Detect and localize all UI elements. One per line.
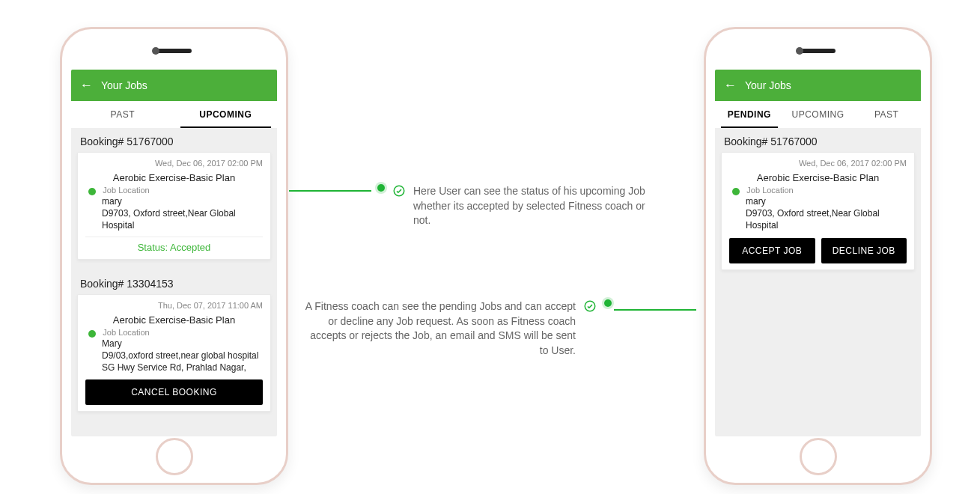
tabs-bar: PENDING UPCOMING PAST — [715, 101, 921, 128]
phone-screen-user: ← Your Jobs PAST UPCOMING Booking# 51767… — [71, 70, 277, 436]
job-card[interactable]: Wed, Dec 06, 2017 02:00 PM Aerobic Exerc… — [77, 152, 271, 260]
decline-job-button[interactable]: DECLINE JOB — [821, 238, 907, 263]
job-plan: Aerobic Exercise-Basic Plan — [85, 172, 263, 183]
job-plan: Aerobic Exercise-Basic Plan — [85, 314, 263, 326]
tab-upcoming[interactable]: UPCOMING — [174, 101, 278, 128]
phone-screen-coach: ← Your Jobs PENDING UPCOMING PAST Bookin… — [715, 70, 921, 436]
status-dot-icon — [88, 330, 96, 338]
location-address: D9/03,oxford street,near global hospital… — [88, 350, 263, 373]
job-datetime: Wed, Dec 06, 2017 02:00 PM — [729, 159, 907, 168]
tab-upcoming[interactable]: UPCOMING — [784, 101, 853, 128]
tab-pending[interactable]: PENDING — [715, 101, 784, 128]
job-datetime: Wed, Dec 06, 2017 02:00 PM — [85, 159, 263, 168]
job-status: Status: Accepted — [85, 237, 263, 253]
app-header: ← Your Jobs — [71, 70, 277, 101]
job-plan: Aerobic Exercise-Basic Plan — [729, 172, 907, 183]
annotation-connector — [289, 190, 371, 192]
header-title: Your Jobs — [745, 79, 791, 91]
location-label: Job Location — [103, 328, 149, 337]
booking-number: Booking# 51767000 — [71, 128, 277, 152]
location-name: Mary — [88, 338, 263, 350]
jobs-list: Booking# 51767000 Wed, Dec 06, 2017 02:0… — [71, 128, 277, 436]
svg-point-0 — [394, 186, 404, 196]
phone-camera — [152, 47, 159, 55]
booking-number: Booking# 13304153 — [71, 270, 277, 294]
status-dot-icon — [88, 188, 96, 195]
header-title: Your Jobs — [101, 79, 147, 91]
phone-coach: ← Your Jobs PENDING UPCOMING PAST Bookin… — [704, 27, 932, 485]
annotation-text: A Fitness coach can see the pending Jobs… — [305, 299, 576, 358]
annotation-connector — [614, 309, 696, 311]
tab-past[interactable]: PAST — [71, 101, 174, 128]
job-card[interactable]: Wed, Dec 06, 2017 02:00 PM Aerobic Exerc… — [721, 152, 915, 270]
back-arrow-icon[interactable]: ← — [724, 78, 739, 93]
location-name: mary — [732, 195, 907, 207]
cancel-booking-button[interactable]: CANCEL BOOKING — [85, 379, 263, 405]
phone-camera — [796, 47, 803, 55]
tab-past[interactable]: PAST — [852, 101, 921, 128]
location-label: Job Location — [103, 186, 149, 195]
tabs-bar: PAST UPCOMING — [71, 101, 277, 128]
location-address: D9703, Oxford street,Near Global Hospita… — [88, 207, 263, 231]
app-header: ← Your Jobs — [715, 70, 921, 101]
location-label: Job Location — [746, 186, 793, 195]
annotation-text: Here User can see the status of his upco… — [413, 184, 654, 228]
check-circle-icon — [583, 299, 597, 313]
annotation-2: A Fitness coach can see the pending Jobs… — [305, 299, 612, 358]
location-address: D9703, Oxford street,Near Global Hospita… — [732, 207, 907, 231]
annotation-1: Here User can see the status of his upco… — [377, 184, 654, 228]
connector-dot-icon — [377, 184, 385, 192]
booking-number: Booking# 51767000 — [715, 128, 921, 152]
jobs-list: Booking# 51767000 Wed, Dec 06, 2017 02:0… — [715, 128, 921, 436]
status-dot-icon — [732, 188, 740, 195]
connector-dot-icon — [604, 299, 612, 307]
back-arrow-icon[interactable]: ← — [80, 78, 95, 93]
svg-point-1 — [585, 301, 595, 311]
location-name: mary — [88, 195, 263, 207]
phone-user: ← Your Jobs PAST UPCOMING Booking# 51767… — [60, 27, 288, 485]
check-circle-icon — [392, 184, 406, 198]
job-card[interactable]: Thu, Dec 07, 2017 11:00 AM Aerobic Exerc… — [77, 294, 271, 412]
job-datetime: Thu, Dec 07, 2017 11:00 AM — [85, 301, 263, 310]
accept-job-button[interactable]: ACCEPT JOB — [729, 238, 815, 263]
